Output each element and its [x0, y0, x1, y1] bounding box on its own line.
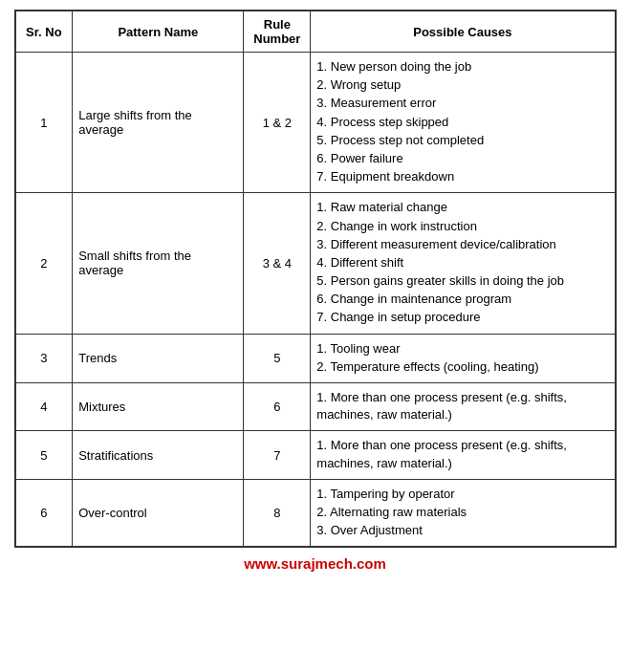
cell-srno: 6 — [15, 479, 73, 547]
header-rule: RuleNumber — [244, 11, 311, 53]
list-item: 1. More than one process present (e.g. s… — [316, 389, 608, 423]
list-item: 7. Change in setup procedure — [316, 309, 608, 326]
list-item: 2. Alternating raw materials — [316, 504, 608, 521]
cell-pattern: Stratifications — [73, 431, 244, 479]
header-pattern: Pattern Name — [73, 11, 244, 53]
footer-watermark: www.surajmech.com — [244, 555, 386, 572]
list-item: 6. Power failure — [316, 150, 608, 167]
cell-causes: 1. Raw material change2. Change in work … — [311, 193, 615, 334]
list-item: 5. Process step not completed — [316, 132, 608, 149]
list-item: 2. Wrong setup — [316, 76, 608, 94]
list-item: 1. New person doing the job — [316, 58, 608, 76]
cell-srno: 2 — [15, 193, 73, 334]
table-row: 2Small shifts from the average3 & 41. Ra… — [15, 193, 615, 334]
list-item: 5. Person gains greater skills in doing … — [316, 272, 608, 290]
header-causes: Possible Causes — [311, 11, 615, 53]
patterns-table: Sr. No Pattern Name RuleNumber Possible … — [15, 11, 616, 547]
cell-srno: 1 — [15, 53, 73, 193]
cell-rule: 8 — [244, 479, 311, 547]
table-row: 4Mixtures61. More than one process prese… — [15, 383, 615, 431]
main-table-wrapper: Sr. No Pattern Name RuleNumber Possible … — [14, 10, 617, 548]
header-srno: Sr. No — [15, 11, 73, 53]
table-row: 5Stratifications71. More than one proces… — [15, 431, 615, 479]
cell-srno: 3 — [15, 334, 73, 382]
cell-pattern: Trends — [73, 334, 244, 382]
list-item: 4. Different shift — [316, 254, 608, 271]
list-item: 1. Tampering by operator — [316, 486, 608, 503]
cell-rule: 3 & 4 — [244, 193, 311, 334]
list-item: 1. Raw material change — [316, 199, 608, 216]
list-item: 3. Different measurement device/calibrat… — [316, 236, 608, 253]
cell-rule: 5 — [244, 334, 311, 382]
table-row: 3Trends51. Tooling wear2. Temperature ef… — [15, 334, 615, 382]
cell-srno: 4 — [15, 383, 73, 431]
cell-causes: 1. More than one process present (e.g. s… — [311, 383, 615, 431]
list-item: 7. Equipment breakdown — [316, 168, 608, 185]
list-item: 4. Process step skipped — [316, 114, 608, 131]
list-item: 2. Change in work instruction — [316, 218, 608, 235]
table-row: 1Large shifts from the average1 & 21. Ne… — [15, 53, 615, 193]
cell-srno: 5 — [15, 431, 73, 479]
list-item: 1. More than one process present (e.g. s… — [316, 437, 608, 471]
table-row: 6Over-control81. Tampering by operator2.… — [15, 479, 615, 547]
cell-rule: 6 — [244, 383, 311, 431]
cell-pattern: Small shifts from the average — [73, 193, 244, 334]
cell-causes: 1. Tampering by operator2. Alternating r… — [311, 479, 615, 547]
list-item: 6. Change in maintenance program — [316, 291, 608, 308]
list-item: 3. Measurement error — [316, 95, 608, 112]
cell-pattern: Mixtures — [73, 383, 244, 431]
cell-causes: 1. More than one process present (e.g. s… — [311, 431, 615, 479]
list-item: 2. Temperature effects (cooling, heating… — [316, 358, 608, 376]
cell-causes: 1. New person doing the job2. Wrong setu… — [311, 53, 615, 193]
cell-rule: 1 & 2 — [244, 53, 311, 193]
cell-pattern: Over-control — [73, 479, 244, 547]
cell-causes: 1. Tooling wear2. Temperature effects (c… — [311, 334, 615, 382]
cell-pattern: Large shifts from the average — [73, 53, 244, 193]
list-item: 1. Tooling wear — [316, 340, 608, 358]
cell-rule: 7 — [244, 431, 311, 479]
list-item: 3. Over Adjustment — [316, 522, 608, 539]
